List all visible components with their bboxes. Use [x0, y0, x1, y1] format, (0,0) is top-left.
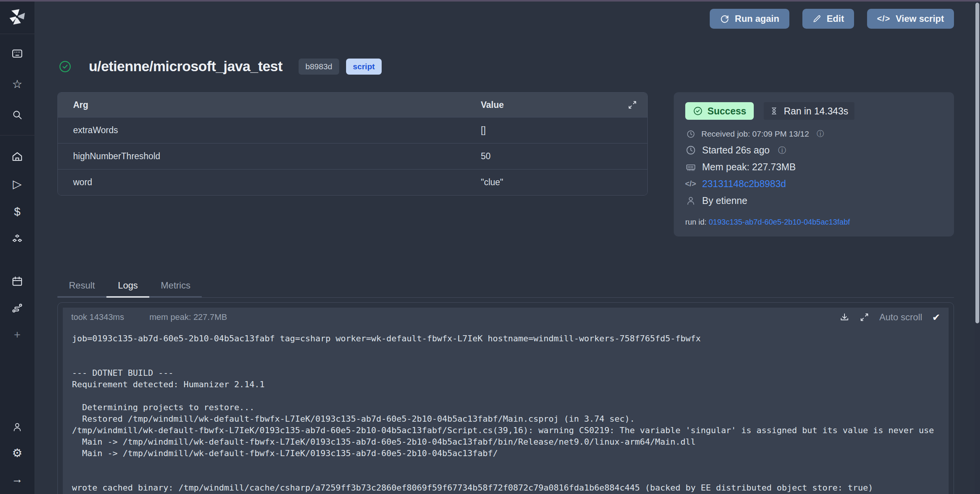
arg-value: 50 — [481, 151, 647, 161]
triggered-by-label: By etienne — [702, 195, 747, 206]
log-inner: took 14343ms mem peak: 227.7MB Auto scro… — [63, 308, 949, 494]
user-icon[interactable] — [11, 421, 24, 434]
arg-value: "clue" — [481, 177, 647, 187]
check-circle-icon — [693, 106, 703, 116]
schedules-calendar-icon[interactable] — [11, 275, 24, 288]
arg-name: word — [58, 177, 481, 187]
mem-peak-label: Mem peak: 227.73MB — [702, 161, 796, 173]
log-header: took 14343ms mem peak: 227.7MB Auto scro… — [63, 308, 949, 327]
content-row: Arg Value extraWords [] highNumberThresh… — [57, 92, 954, 236]
status-badge: Success — [685, 102, 754, 120]
edit-button[interactable]: Edit — [802, 9, 854, 29]
duration-chip: Ran in 14.343s — [764, 102, 854, 120]
hourglass-icon — [770, 106, 778, 116]
result-tabs: Result Logs Metrics — [57, 276, 954, 298]
received-row: Received job: 07:09 PM 13/12 ⓘ — [685, 129, 942, 139]
tab-logs[interactable]: Logs — [106, 276, 149, 298]
run-id-row: run id: 0193c135-ab7d-60e5-2b10-04b5ac13… — [685, 218, 942, 227]
column-header-arg: Arg — [58, 100, 481, 110]
tab-metrics[interactable]: Metrics — [149, 276, 202, 298]
windmill-logo[interactable] — [0, 0, 34, 34]
run-again-button[interactable]: Run again — [710, 9, 789, 29]
table-row: extraWords [] — [58, 117, 647, 143]
settings-gear-icon[interactable]: ⚙ — [11, 447, 24, 460]
resources-cubes-icon[interactable] — [11, 233, 24, 246]
arg-name: extraWords — [58, 125, 481, 135]
page-scrollbar-thumb[interactable] — [975, 3, 979, 323]
script-hash-badge: b8983d — [299, 59, 339, 75]
run-id-link[interactable]: 0193c135-ab7d-60e5-2b10-04b5ac13fabf — [709, 218, 850, 226]
duration-label: Ran in 14.343s — [784, 106, 848, 117]
title-row: u/etienne/microsoft_java_test b8983d scr… — [57, 59, 954, 75]
code-icon: </> — [685, 179, 696, 188]
log-took-label: took 14343ms — [71, 312, 124, 322]
received-label: Received job: 07:09 PM 13/12 — [701, 129, 809, 139]
search-icon[interactable] — [11, 108, 24, 121]
action-toolbar: Run again Edit </> View script — [57, 0, 954, 29]
column-header-value: Value — [481, 100, 627, 110]
person-icon — [686, 196, 696, 205]
view-script-button[interactable]: </> View script — [867, 9, 954, 29]
main-content: Run again Edit </> View script u/etienne… — [34, 0, 975, 494]
log-mem-peak-label: mem peak: 227.7MB — [149, 312, 227, 322]
expand-sidebar-arrow-icon[interactable]: → — [11, 473, 24, 486]
code-icon: </> — [877, 14, 890, 24]
refresh-icon — [720, 14, 730, 24]
status-panel: Success Ran in 14.343s — [674, 92, 954, 236]
tab-result[interactable]: Result — [57, 276, 106, 298]
table-row: highNumberThreshold 50 — [58, 143, 647, 169]
favorites-star-icon[interactable]: ☆ — [11, 78, 24, 91]
script-hash-link[interactable]: 23131148c2b8983d — [702, 178, 786, 189]
page-title: u/etienne/microsoft_java_test — [89, 59, 283, 75]
status-label: Success — [707, 106, 746, 117]
top-loading-strip — [0, 0, 980, 2]
home-icon[interactable] — [11, 150, 24, 163]
view-script-label: View script — [896, 13, 944, 24]
success-check-icon — [58, 60, 72, 73]
log-text: job=0193c135-ab7d-60e5-2b10-04b5ac13fabf… — [63, 327, 949, 494]
edit-label: Edit — [827, 13, 844, 24]
variables-dollar-icon[interactable]: $ — [11, 205, 24, 218]
expand-table-icon[interactable] — [627, 100, 637, 110]
triggered-by-row: By etienne — [685, 195, 942, 206]
memory-icon — [686, 162, 696, 172]
arg-name: highNumberThreshold — [58, 151, 481, 161]
pencil-icon — [812, 14, 822, 23]
script-type-badge: script — [346, 59, 382, 75]
clock-icon — [686, 130, 695, 139]
auto-scroll-label: Auto scroll — [879, 312, 922, 323]
args-table-header: Arg Value — [58, 93, 647, 117]
info-icon[interactable]: ⓘ — [817, 129, 824, 139]
arg-value: [] — [481, 125, 647, 135]
started-row: Started 26s ago ⓘ — [685, 145, 942, 156]
apps-icon[interactable] — [11, 47, 24, 60]
page-scrollbar[interactable] — [975, 0, 980, 494]
download-icon[interactable] — [840, 312, 849, 322]
sidebar: ☆ ▷ $ — [0, 0, 34, 494]
args-table: Arg Value extraWords [] highNumberThresh… — [57, 92, 648, 196]
mem-peak-row: Mem peak: 227.73MB — [685, 161, 942, 173]
log-tools: Auto scroll ✔ — [840, 312, 940, 323]
log-panel: took 14343ms mem peak: 227.7MB Auto scro… — [57, 302, 954, 494]
table-row: word "clue" — [58, 169, 647, 195]
windmill-logo-icon — [8, 8, 26, 26]
started-label: Started 26s ago — [702, 145, 770, 156]
run-id-label: run id: — [685, 218, 707, 226]
flows-route-icon[interactable] — [11, 302, 24, 315]
runs-play-icon[interactable]: ▷ — [11, 178, 24, 191]
info-icon[interactable]: ⓘ — [778, 145, 786, 156]
auto-scroll-checkbox[interactable]: ✔ — [932, 312, 940, 323]
run-again-label: Run again — [735, 13, 779, 24]
script-hash-row: </> 23131148c2b8983d — [685, 178, 942, 189]
add-plus-icon[interactable]: + — [11, 328, 24, 341]
clock-icon — [686, 145, 696, 155]
expand-logs-icon[interactable] — [859, 312, 869, 322]
